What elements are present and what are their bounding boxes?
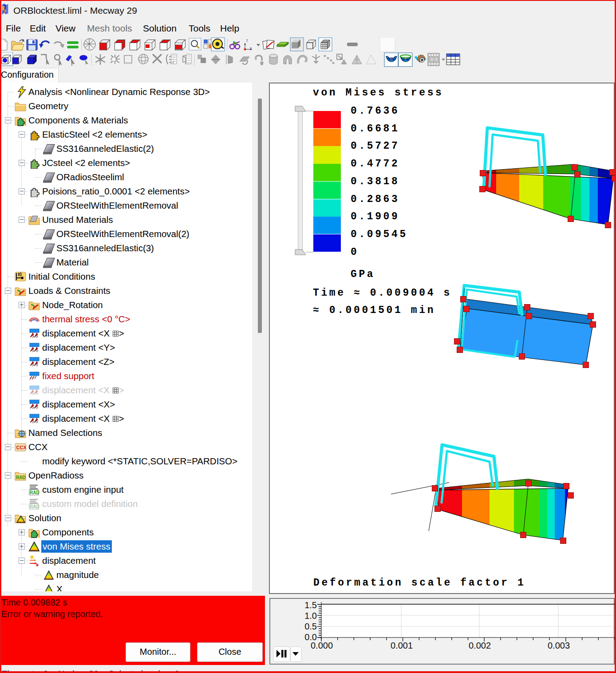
svg-text:CCX: CCX: [16, 445, 27, 450]
svg-text:RAD: RAD: [16, 475, 26, 480]
svg-text:RAD: RAD: [30, 504, 39, 509]
svg-text:t0: t0: [18, 272, 22, 277]
svg-text:x: x: [172, 60, 174, 64]
svg-text:RAD: RAD: [30, 490, 39, 495]
svg-text:7: 7: [246, 39, 248, 43]
